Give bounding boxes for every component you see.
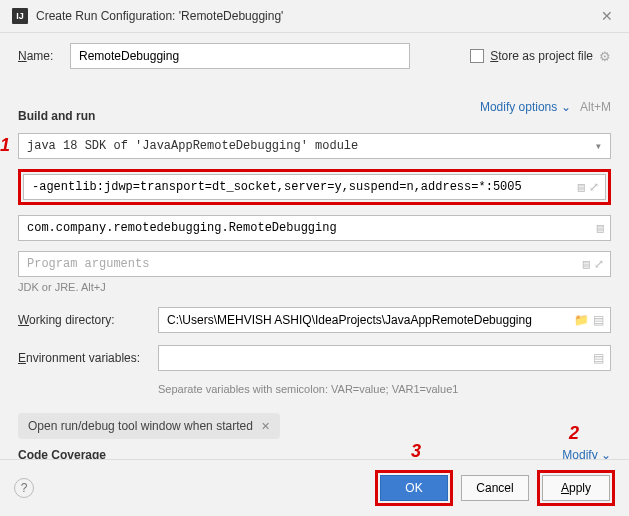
jdk-hint: JDK or JRE. Alt+J (18, 281, 611, 293)
expand-icon[interactable]: ▤ (593, 313, 604, 327)
chevron-down-icon: ⌄ (561, 100, 571, 114)
expand-icon[interactable]: ▤ (578, 180, 585, 195)
expand-icon[interactable]: ▤ (597, 221, 604, 236)
dialog-title: Create Run Configuration: 'RemoteDebuggi… (36, 9, 597, 23)
fullscreen-icon[interactable]: ⤢ (594, 257, 604, 272)
store-label: Store as project file (490, 49, 593, 63)
sdk-value: java 18 (27, 139, 77, 153)
annotation-2: 2 (569, 423, 579, 444)
env-input[interactable] (159, 346, 587, 370)
working-dir-label: Working directory: (18, 313, 158, 327)
env-label: Environment variables: (18, 351, 158, 365)
env-hint: Separate variables with semicolon: VAR=v… (158, 383, 611, 395)
close-icon[interactable]: ✕ (597, 8, 617, 24)
modify-options-link[interactable]: Modify options ⌄ (480, 100, 571, 114)
apply-button[interactable]: Apply (542, 475, 610, 501)
chevron-down-icon[interactable]: ▾ (595, 139, 602, 154)
close-icon[interactable]: ✕ (261, 420, 270, 433)
open-tool-window-chip[interactable]: Open run/debug tool window when started … (18, 413, 280, 439)
annotation-1: 1 (0, 135, 10, 156)
cancel-button[interactable]: Cancel (461, 475, 529, 501)
app-icon: IJ (12, 8, 28, 24)
fullscreen-icon[interactable]: ⤢ (589, 180, 599, 195)
vm-options-input[interactable] (24, 175, 572, 199)
modify-options-hint: Alt+M (580, 100, 611, 114)
help-button[interactable]: ? (14, 478, 34, 498)
name-input[interactable] (70, 43, 410, 69)
store-checkbox[interactable] (470, 49, 484, 63)
main-class-input[interactable] (19, 216, 591, 240)
program-args-input[interactable] (19, 252, 577, 276)
chip-label: Open run/debug tool window when started (28, 419, 253, 433)
sdk-hint: SDK of 'JavaAppRemoteDebugging' module (77, 139, 358, 153)
gear-icon[interactable]: ⚙ (599, 49, 611, 64)
name-label: Name: (18, 49, 70, 63)
ok-button[interactable]: OK (380, 475, 448, 501)
expand-icon[interactable]: ▤ (593, 351, 604, 365)
build-run-title: Build and run (18, 109, 95, 123)
apply-highlight: Apply (537, 470, 615, 506)
expand-icon[interactable]: ▤ (583, 257, 590, 272)
vm-options-highlight: ▤⤢ (18, 169, 611, 205)
ok-highlight: OK (375, 470, 453, 506)
working-dir-input[interactable] (159, 308, 568, 332)
sdk-dropdown[interactable]: java 18 SDK of 'JavaAppRemoteDebugging' … (18, 133, 611, 159)
folder-icon[interactable]: 📁 (574, 313, 589, 327)
